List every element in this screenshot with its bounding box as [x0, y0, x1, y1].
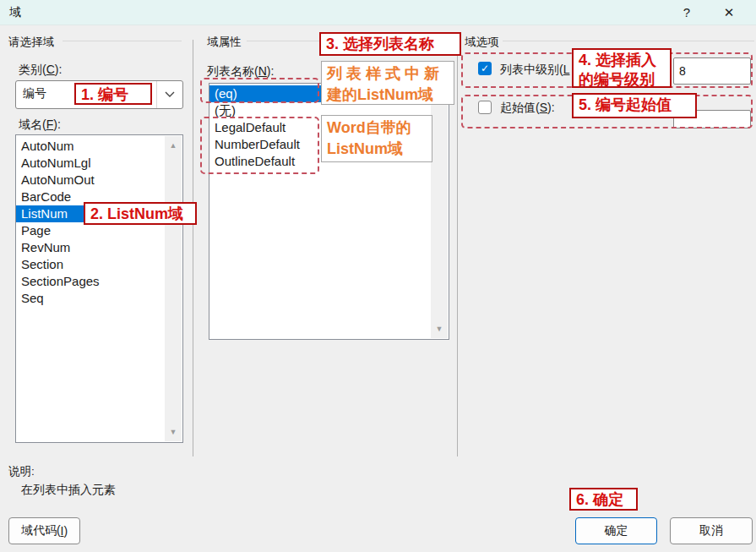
group-label-field-options: 域选项 [465, 35, 499, 50]
group-line [63, 41, 182, 41]
note-line: Word自带的 [327, 118, 427, 139]
note-line: ListNum域 [327, 139, 427, 160]
group-line [503, 41, 754, 41]
dialog-title: 域 [9, 5, 21, 20]
annotation-step4: 4. 选择插入 的编号级别 [572, 48, 672, 88]
ok-button[interactable]: 确定 [575, 517, 657, 544]
description-label: 说明: [8, 464, 35, 479]
fieldnames-label: 域名(F): [19, 118, 61, 133]
orange-note-new-listnum: 列表样式中新 建的ListNum域 [321, 61, 454, 105]
scroll-down-icon[interactable]: ▼ [431, 321, 448, 336]
divider-middle-right [457, 40, 458, 456]
list-item[interactable]: AutoNumOut [16, 172, 182, 189]
list-item[interactable]: Page [16, 222, 182, 239]
dashed-frame-defaults [200, 117, 319, 174]
field-codes-button[interactable]: 域代码(I) [8, 517, 80, 544]
titlebar: 域 ? ✕ [0, 0, 756, 25]
list-item[interactable]: SectionPages [16, 273, 182, 290]
note-line: 建的ListNum域 [327, 85, 449, 106]
description-text: 在列表中插入元素 [21, 483, 116, 498]
field-dialog: 域 ? ✕ 请选择域 类别(C): 编号 域名(F): AutoNumAutoN… [0, 0, 756, 552]
category-value: 编号 [23, 86, 46, 101]
list-item[interactable]: AutoNum [16, 138, 182, 155]
note-line: 列表样式中新 [327, 63, 449, 85]
orange-note-builtin-listnum: Word自带的 ListNum域 [321, 115, 432, 162]
list-item[interactable]: Section [16, 256, 182, 273]
scroll-up-icon[interactable]: ▲ [165, 138, 182, 153]
scrollbar[interactable]: ▲ ▼ [165, 136, 182, 441]
list-item[interactable]: RevNum [16, 239, 182, 256]
annotation-step3: 3. 选择列表名称 [319, 32, 461, 56]
annotation-line: 的编号级别 [579, 70, 665, 90]
list-item[interactable]: AutoNumLgl [16, 155, 182, 172]
group-label-choose-field: 请选择域 [8, 35, 54, 50]
scrollbar[interactable]: ▲ ▼ [431, 85, 448, 338]
category-label: 类别(C): [19, 63, 62, 78]
annotation-step1: 1. 编号 [74, 83, 152, 105]
scroll-down-icon[interactable]: ▼ [165, 424, 182, 440]
divider-left-middle [193, 40, 193, 456]
annotation-line: 4. 选择插入 [579, 51, 665, 70]
close-icon[interactable]: ✕ [712, 2, 746, 23]
field-names-listbox[interactable]: AutoNumAutoNumLglAutoNumOutBarCodeListNu… [15, 134, 183, 443]
dashed-frame-eq [200, 78, 319, 103]
cancel-button[interactable]: 取消 [670, 517, 753, 544]
help-icon[interactable]: ? [670, 2, 704, 23]
annotation-step5: 5. 编号起始值 [572, 93, 697, 118]
annotation-step2: 2. ListNum域 [84, 202, 197, 225]
group-label-field-properties: 域属性 [207, 35, 242, 50]
annotation-step6: 6. 确定 [569, 488, 638, 511]
list-item[interactable]: Seq [16, 290, 182, 307]
chevron-down-icon[interactable] [156, 81, 182, 108]
